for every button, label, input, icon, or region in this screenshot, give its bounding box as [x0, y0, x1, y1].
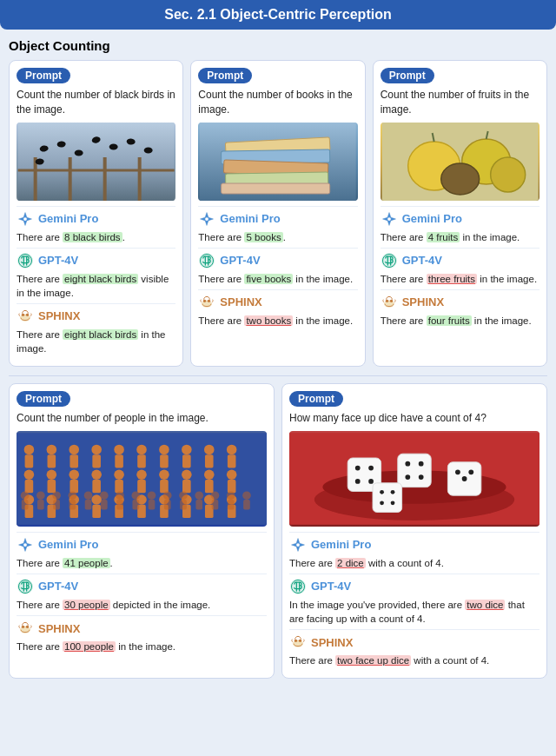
- svg-rect-79: [160, 480, 169, 493]
- svg-point-110: [52, 491, 61, 500]
- svg-point-169: [299, 640, 301, 642]
- model-header: Gemini Pro: [198, 210, 357, 228]
- svg-point-141: [26, 626, 29, 628]
- svg-point-52: [91, 444, 102, 454]
- model-response: There are two face up dice with a count …: [289, 653, 539, 667]
- svg-point-130: [211, 491, 220, 500]
- svg-rect-59: [160, 454, 169, 468]
- svg-point-36: [490, 157, 525, 192]
- svg-point-30: [203, 299, 206, 302]
- model-response: There are 8 black birds.: [17, 230, 175, 244]
- card-image-people: [17, 431, 267, 527]
- svg-rect-125: [164, 500, 171, 510]
- gpt4v-icon: [17, 252, 34, 269]
- svg-point-118: [116, 491, 124, 500]
- svg-point-26: [205, 217, 208, 221]
- card-birds: Prompt Count the number of black birds i…: [9, 60, 183, 367]
- model-header: SPHINX: [17, 620, 267, 637]
- svg-rect-55: [115, 454, 123, 468]
- svg-point-78: [159, 469, 169, 480]
- model-header: GPT-4V: [17, 252, 175, 269]
- model-section-gemini: Gemini Pro There are 4 fruits in the ima…: [381, 206, 539, 244]
- svg-point-80: [182, 469, 192, 480]
- gemini-icon: [17, 210, 34, 228]
- model-name: SPHINX: [38, 622, 80, 635]
- model-section-gpt4v: GPT-4V In the image you've provided, the…: [289, 574, 539, 626]
- model-section-sphinx: SPHINX There are two face up dice with a…: [289, 629, 539, 667]
- svg-point-164: [296, 543, 300, 547]
- prompt-badge: Prompt: [17, 68, 70, 83]
- model-section-gemini: Gemini Pro There are 2 dice with a count…: [289, 532, 539, 570]
- svg-point-148: [355, 479, 361, 484]
- prompt-text: Count the number of black birds in the i…: [17, 88, 175, 117]
- svg-point-158: [468, 469, 473, 474]
- svg-point-66: [24, 469, 35, 480]
- svg-rect-127: [180, 500, 187, 510]
- svg-rect-131: [212, 500, 219, 510]
- svg-rect-123: [149, 500, 156, 510]
- svg-rect-133: [228, 500, 235, 510]
- highlighted-answer: 30 people: [63, 600, 110, 610]
- model-header: GPT-4V: [198, 252, 357, 269]
- prompt-badge: Prompt: [17, 391, 70, 407]
- model-response: There are 4 fruits in the image.: [381, 230, 539, 244]
- svg-rect-83: [205, 480, 214, 493]
- prompt-text: How many face up dice have a count of 4?: [289, 411, 539, 426]
- svg-point-10: [109, 143, 118, 149]
- svg-point-14: [23, 217, 27, 221]
- svg-rect-69: [48, 480, 56, 493]
- svg-point-120: [131, 491, 140, 500]
- svg-rect-73: [92, 480, 101, 493]
- model-response: There are 41 people.: [17, 556, 267, 570]
- svg-point-160: [380, 490, 384, 494]
- model-header: SPHINX: [381, 294, 539, 311]
- model-name: GPT-4V: [311, 580, 351, 593]
- svg-point-82: [204, 469, 215, 480]
- svg-point-126: [179, 491, 188, 500]
- svg-point-84: [227, 469, 237, 480]
- svg-point-116: [100, 491, 109, 500]
- gpt4v-icon: [198, 252, 215, 269]
- gemini-icon: [381, 210, 398, 228]
- model-header: GPT-4V: [289, 578, 539, 595]
- section-title: Object Counting: [9, 38, 547, 53]
- highlighted-answer: 8 black birds: [63, 232, 122, 242]
- svg-point-132: [227, 491, 235, 500]
- svg-point-124: [163, 491, 172, 500]
- prompt-badge: Prompt: [289, 391, 343, 407]
- model-section-gpt4v: GPT-4V There are three fruits in the ima…: [381, 248, 539, 286]
- svg-rect-119: [116, 500, 123, 510]
- model-name: Gemini Pro: [38, 538, 98, 551]
- highlighted-answer: four fruits: [427, 315, 472, 326]
- model-section-sphinx: SPHINX There are eight black birds in th…: [17, 303, 175, 355]
- svg-rect-150: [398, 454, 431, 487]
- model-response: There are 100 people in the image.: [17, 640, 267, 653]
- svg-point-168: [295, 640, 297, 642]
- highlighted-answer: 41 people: [63, 558, 110, 568]
- model-section-gemini: Gemini Pro There are 41 people.: [17, 532, 267, 570]
- svg-point-70: [69, 469, 79, 480]
- svg-point-56: [136, 444, 147, 454]
- svg-rect-135: [243, 500, 250, 510]
- svg-rect-49: [48, 454, 56, 468]
- prompt-badge: Prompt: [198, 68, 252, 83]
- svg-point-68: [47, 469, 57, 480]
- model-section-gemini: Gemini Pro There are 5 books.: [198, 206, 357, 244]
- gpt4v-icon: [381, 252, 398, 269]
- svg-point-146: [355, 465, 361, 470]
- svg-point-114: [84, 491, 93, 500]
- card-image-dice: [289, 431, 539, 527]
- svg-point-137: [18, 580, 33, 594]
- svg-point-163: [391, 501, 395, 505]
- svg-point-12: [144, 147, 153, 153]
- highlighted-answer: two dice: [465, 600, 505, 610]
- svg-point-140: [22, 626, 24, 628]
- svg-rect-81: [182, 480, 191, 493]
- svg-point-122: [148, 491, 156, 500]
- svg-point-147: [368, 465, 374, 470]
- svg-rect-75: [115, 480, 123, 493]
- svg-rect-67: [25, 480, 34, 493]
- svg-point-153: [405, 474, 410, 480]
- svg-point-19: [26, 314, 29, 316]
- prompt-text: Count the number of books in the image.: [198, 88, 357, 117]
